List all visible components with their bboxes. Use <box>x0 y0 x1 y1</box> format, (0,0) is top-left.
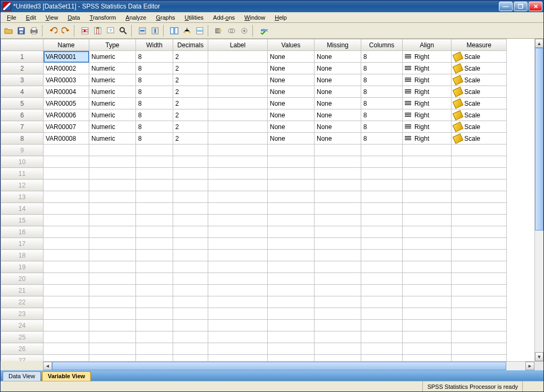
empty-cell[interactable] <box>44 355 89 362</box>
cell-width[interactable]: 8 <box>136 86 173 98</box>
cell-decimals[interactable]: 2 <box>173 86 208 98</box>
cell-width[interactable]: 8 <box>136 74 173 86</box>
cell-columns[interactable]: 8 <box>361 51 403 63</box>
empty-cell[interactable] <box>403 203 452 215</box>
tab-variable-view[interactable]: Variable View <box>42 371 91 381</box>
empty-cell[interactable] <box>268 215 314 226</box>
empty-cell[interactable] <box>403 285 452 296</box>
empty-cell[interactable] <box>314 355 361 362</box>
empty-cell[interactable] <box>452 226 507 238</box>
empty-cell[interactable] <box>268 156 314 168</box>
empty-cell[interactable] <box>208 156 268 168</box>
horizontal-scrollbar[interactable]: ◄ ► <box>43 361 534 370</box>
undo-icon[interactable] <box>47 25 59 37</box>
tab-data-view[interactable]: Data View <box>3 371 41 381</box>
empty-cell[interactable] <box>314 203 361 215</box>
empty-cell[interactable] <box>136 180 173 191</box>
row-header[interactable]: 7 <box>1 121 44 133</box>
empty-cell[interactable] <box>314 215 361 226</box>
empty-cell[interactable] <box>173 331 208 343</box>
show-all-icon[interactable] <box>239 25 250 37</box>
cell-measure[interactable]: Scale <box>452 74 507 86</box>
cell-columns[interactable]: 8 <box>361 121 403 133</box>
row-header[interactable]: 10 <box>1 156 44 168</box>
cell-decimals[interactable]: 2 <box>173 98 208 109</box>
table-row[interactable]: 10 <box>1 156 507 168</box>
empty-cell[interactable] <box>89 343 136 355</box>
row-header[interactable]: 25 <box>1 331 44 343</box>
empty-cell[interactable] <box>361 320 403 331</box>
empty-cell[interactable] <box>89 144 136 156</box>
empty-cell[interactable] <box>44 203 89 215</box>
empty-cell[interactable] <box>403 308 452 320</box>
empty-cell[interactable] <box>173 285 208 296</box>
row-header[interactable]: 16 <box>1 226 44 238</box>
cell-missing[interactable]: None <box>314 98 361 109</box>
open-icon[interactable] <box>3 25 14 37</box>
row-header[interactable]: 8 <box>1 133 44 144</box>
empty-cell[interactable] <box>403 168 452 180</box>
cell-columns[interactable]: 8 <box>361 133 403 144</box>
row-header[interactable]: 13 <box>1 191 44 203</box>
maximize-button[interactable]: ❐ <box>514 2 528 11</box>
empty-cell[interactable] <box>403 355 452 362</box>
empty-cell[interactable] <box>208 285 268 296</box>
cell-label[interactable] <box>208 133 268 144</box>
empty-cell[interactable] <box>403 226 452 238</box>
table-row[interactable]: 9 <box>1 144 507 156</box>
empty-cell[interactable] <box>403 261 452 273</box>
empty-cell[interactable] <box>136 331 173 343</box>
empty-cell[interactable] <box>44 296 89 308</box>
redo-icon[interactable] <box>60 25 72 37</box>
empty-cell[interactable] <box>89 273 136 285</box>
empty-cell[interactable] <box>403 296 452 308</box>
empty-cell[interactable] <box>44 215 89 226</box>
row-header[interactable]: 14 <box>1 203 44 215</box>
empty-cell[interactable] <box>314 250 361 261</box>
empty-cell[interactable] <box>314 180 361 191</box>
empty-cell[interactable] <box>208 320 268 331</box>
menu-graphs[interactable]: Graphs <box>151 13 179 22</box>
table-row[interactable]: 26 <box>1 343 507 355</box>
spellcheck-icon[interactable]: abc <box>258 25 269 37</box>
empty-cell[interactable] <box>136 285 173 296</box>
empty-cell[interactable] <box>173 191 208 203</box>
empty-cell[interactable] <box>136 343 173 355</box>
empty-cell[interactable] <box>403 343 452 355</box>
empty-cell[interactable] <box>208 355 268 362</box>
empty-cell[interactable] <box>361 250 403 261</box>
empty-cell[interactable] <box>208 168 268 180</box>
empty-cell[interactable] <box>44 156 89 168</box>
menu-window[interactable]: Window <box>240 13 269 22</box>
table-row[interactable]: 1VAR00001Numeric82NoneNone8RightScale <box>1 51 507 63</box>
cell-columns[interactable]: 8 <box>361 109 403 121</box>
empty-cell[interactable] <box>136 144 173 156</box>
col-decimals[interactable]: Decimals <box>173 39 208 51</box>
cell-columns[interactable]: 8 <box>361 98 403 109</box>
empty-cell[interactable] <box>452 144 507 156</box>
table-row[interactable]: 20 <box>1 273 507 285</box>
cell-label[interactable] <box>208 98 268 109</box>
empty-cell[interactable] <box>403 191 452 203</box>
empty-cell[interactable] <box>361 343 403 355</box>
empty-cell[interactable] <box>89 355 136 362</box>
empty-cell[interactable] <box>268 203 314 215</box>
cell-type[interactable]: Numeric <box>89 63 136 74</box>
scroll-up-icon[interactable]: ▲ <box>535 39 543 48</box>
empty-cell[interactable] <box>136 156 173 168</box>
cell-name[interactable]: VAR00002 <box>44 63 89 74</box>
table-row[interactable]: 3VAR00003Numeric82NoneNone8RightScale <box>1 74 507 86</box>
cell-width[interactable]: 8 <box>136 63 173 74</box>
empty-cell[interactable] <box>44 238 89 250</box>
empty-cell[interactable] <box>208 215 268 226</box>
empty-cell[interactable] <box>452 215 507 226</box>
empty-cell[interactable] <box>452 273 507 285</box>
menu-view[interactable]: View <box>41 13 63 22</box>
menu-analyze[interactable]: Analyze <box>121 13 150 22</box>
goto-case-icon[interactable] <box>79 25 91 37</box>
empty-cell[interactable] <box>44 180 89 191</box>
table-row[interactable]: 12 <box>1 180 507 191</box>
cell-missing[interactable]: None <box>314 51 361 63</box>
row-header[interactable]: 4 <box>1 86 44 98</box>
empty-cell[interactable] <box>208 203 268 215</box>
